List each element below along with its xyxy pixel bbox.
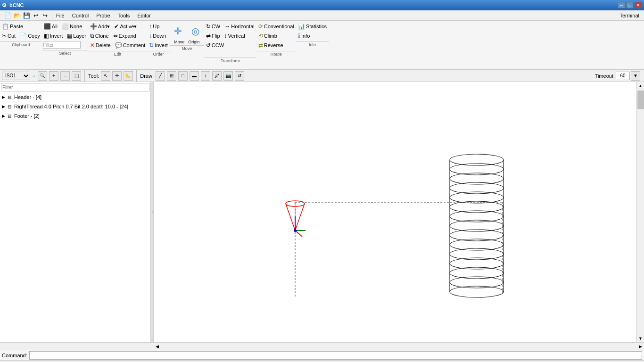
scroll-down-button[interactable]: ▼ xyxy=(637,335,644,342)
tool-tip-dot xyxy=(294,229,297,232)
draw-camera[interactable]: 📷 xyxy=(223,71,233,81)
edit-group: ➕ Add▾ ✔ Active▾ ⧉ Clone ⇔ Expand ✕ Dele… xyxy=(88,21,147,69)
tool-options-bar: ISO1 → 🔍 + - ⬚ Tool: ↖ ✛ 📐 Draw: ╱ ⊞ □ ▬… xyxy=(0,70,644,82)
add-button[interactable]: ➕ Add▾ xyxy=(88,22,112,31)
draw-height[interactable]: ↕ xyxy=(201,71,210,81)
terminal-tab[interactable]: Terminal xyxy=(616,12,643,19)
active-button[interactable]: ✔ Active▾ xyxy=(112,22,139,31)
expand-button[interactable]: ⇔ Expand xyxy=(111,31,138,41)
scroll-thumb-v[interactable] xyxy=(637,90,644,109)
menu-control[interactable]: Control xyxy=(68,12,92,19)
zoom-area-button[interactable]: ⬚ xyxy=(72,71,81,81)
scroll-right-button[interactable]: ▶ xyxy=(636,343,644,350)
tool-left-edge xyxy=(286,204,295,230)
conventional-button[interactable]: ⟳ Conventional xyxy=(256,22,296,31)
menu-tools[interactable]: Tools xyxy=(114,12,134,19)
conventional-icon: ⟳ xyxy=(258,23,263,30)
reverse-icon: ⇄ xyxy=(258,42,263,49)
zoom-fit-button[interactable]: 🔍 xyxy=(38,71,47,81)
redo-button[interactable]: ↪ xyxy=(41,11,50,20)
new-button[interactable]: 📄 xyxy=(3,11,12,20)
open-button[interactable]: 📂 xyxy=(12,11,22,20)
up-button[interactable]: ↑ Up xyxy=(147,22,161,31)
iso-select[interactable]: ISO1 xyxy=(2,72,30,80)
delete-button[interactable]: ✕ Delete xyxy=(88,41,113,50)
reverse-button[interactable]: ⇄ Reverse xyxy=(256,41,285,50)
paste-button[interactable]: 📋 Paste xyxy=(0,22,25,31)
main-canvas-svg xyxy=(154,82,636,342)
horizontal-button[interactable]: ↔ Horizontal xyxy=(223,22,256,31)
move-label: Move xyxy=(174,40,184,44)
layer-button[interactable]: ▦ Layer xyxy=(65,31,88,41)
canvas-area[interactable] xyxy=(154,82,636,342)
spring-coils xyxy=(450,154,504,297)
draw-rect[interactable]: □ xyxy=(178,71,188,81)
clone-icon: ⧉ xyxy=(90,33,94,39)
menu-file[interactable]: File xyxy=(52,12,68,19)
scroll-left-button[interactable]: ◀ xyxy=(153,343,161,350)
statistics-button[interactable]: 📊 Statistics xyxy=(296,22,329,31)
pointer-tool[interactable]: ↖ xyxy=(101,71,110,81)
scroll-up-button[interactable]: ▲ xyxy=(637,82,644,90)
tree-label-rightthread: RightThread 4.0 Pitch 0.7 Bit 2.0 depth … xyxy=(14,104,128,109)
draw-grid[interactable]: ⊞ xyxy=(167,71,176,81)
timeout-expand-button[interactable]: ▼ xyxy=(631,71,640,81)
menu-editor[interactable]: Editor xyxy=(133,12,155,19)
measure-tool[interactable]: 📐 xyxy=(124,71,133,81)
iso-control: ISO1 → xyxy=(2,72,36,80)
info-button[interactable]: ℹ Info xyxy=(296,31,312,41)
copy-button[interactable]: 📄 Copy xyxy=(18,31,42,41)
command-input[interactable] xyxy=(29,351,642,360)
invert-button[interactable]: ◧ Invert xyxy=(42,31,65,41)
save-button[interactable]: 💾 xyxy=(22,11,31,20)
tree-item-rightthread[interactable]: ▶ ⊟ RightThread 4.0 Pitch 0.7 Bit 2.0 de… xyxy=(0,102,150,111)
down-button[interactable]: ↓ Down xyxy=(147,31,168,41)
draw-path[interactable]: 🖊 xyxy=(212,71,222,81)
zoom-out-button[interactable]: - xyxy=(60,71,70,81)
maximize-button[interactable]: □ xyxy=(626,2,634,8)
select-label: Select xyxy=(42,50,88,56)
invert-icon: ◧ xyxy=(44,33,49,39)
draw-line[interactable]: ╱ xyxy=(156,71,165,81)
menu-bar: 📄 📂 💾 ↩ ↪ File Control Probe Tools Edito… xyxy=(0,10,644,21)
status-bar: Generated: Helical_Descent Result X: 12.… xyxy=(0,360,644,362)
crosshair-tool[interactable]: ✛ xyxy=(112,71,122,81)
flip-button[interactable]: ⇌ Flip xyxy=(204,31,222,41)
sidebar-filter-input[interactable] xyxy=(1,83,149,91)
tool-right-edge xyxy=(295,204,305,230)
cw-button[interactable]: ↻ CW xyxy=(204,22,222,31)
none-button[interactable]: ⬜ None xyxy=(60,22,84,31)
expand-icon: ⇔ xyxy=(113,33,118,39)
climb-icon: ⟲ xyxy=(258,33,263,39)
zoom-in-button[interactable]: + xyxy=(49,71,58,81)
move-button[interactable]: ✛ xyxy=(170,23,187,40)
transform-group: ↻ CW ↔ Horizontal ⇌ Flip ↕ Vertical ↺ CC… xyxy=(204,21,256,69)
main-area: ▶ ⊟ Header - [4] ▶ ⊟ RightThread 4.0 Pit… xyxy=(0,82,644,342)
active-icon: ✔ xyxy=(114,23,119,30)
draw-bar[interactable]: ▬ xyxy=(190,71,199,81)
climb-button[interactable]: ⟲ Climb xyxy=(256,31,279,41)
ccw-button[interactable]: ↺ CCW xyxy=(204,41,226,50)
all-button[interactable]: ⬛ All xyxy=(42,22,59,31)
timeout-input[interactable]: 60 xyxy=(616,72,630,80)
clipboard-group: 📋 Paste ✂ Cut 📄 Copy Clipboard xyxy=(0,21,42,69)
origin-button[interactable]: ◎ xyxy=(187,23,204,40)
menu-probe[interactable]: Probe xyxy=(92,12,114,19)
undo-button[interactable]: ↩ xyxy=(31,11,41,20)
tree-item-header[interactable]: ▶ ⊟ Header - [4] xyxy=(0,92,150,102)
tree-label-header: Header - [4] xyxy=(14,94,41,100)
order-group: ↑ Up ↓ Down ⇅ Invert Order xyxy=(147,21,170,69)
clone-button[interactable]: ⧉ Clone xyxy=(88,31,111,41)
filter-input[interactable] xyxy=(43,41,81,49)
cut-button[interactable]: ✂ Cut xyxy=(0,31,17,41)
draw-refresh[interactable]: ↺ xyxy=(235,71,244,81)
vertical-scrollbar[interactable]: ▲ ▼ xyxy=(636,82,644,342)
minimize-button[interactable]: ─ xyxy=(618,2,625,8)
scroll-track-v[interactable] xyxy=(637,90,644,335)
order-invert-button[interactable]: ⇅ Invert xyxy=(147,41,170,50)
close-button[interactable]: ✕ xyxy=(635,2,642,8)
vertical-button[interactable]: ↕ Vertical xyxy=(223,31,247,41)
tree-item-footer[interactable]: ▶ ⊟ Footer - [2] xyxy=(0,111,150,121)
comment-button[interactable]: 💬 Comment xyxy=(113,41,148,50)
up-icon: ↑ xyxy=(149,23,152,30)
